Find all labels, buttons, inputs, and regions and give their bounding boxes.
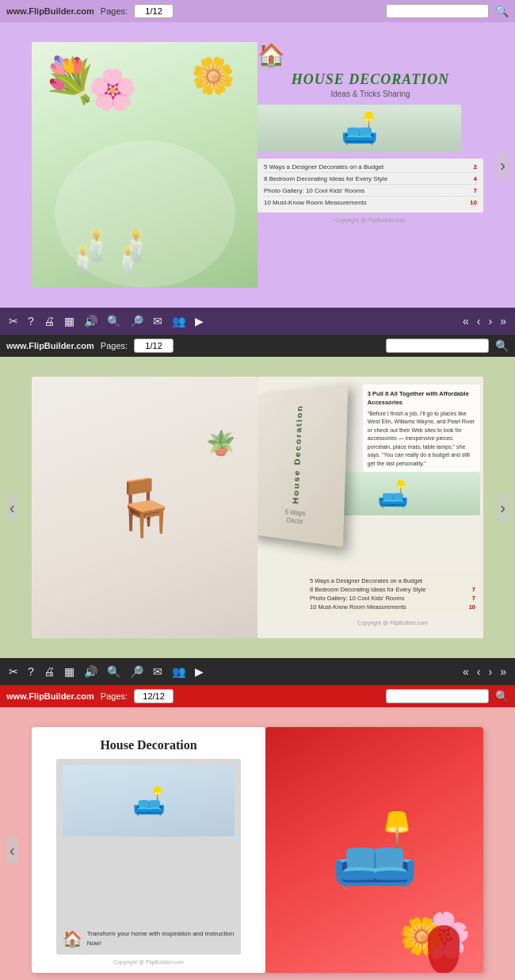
article-body: "Before I finish a job, I'll go to place…	[368, 410, 475, 469]
nav-arrow-right-2[interactable]: ›	[497, 494, 509, 522]
content-area-2: 🪑 🪴 House Decoration 5 WaysDecor 3 Pull …	[0, 357, 515, 658]
p3-book-title: House Decoration	[100, 738, 196, 752]
flip-subtitle: 5 WaysDecor	[284, 507, 306, 526]
nav-arrow-left-2[interactable]: ‹	[6, 494, 18, 522]
tool-play-1[interactable]: ▶	[193, 314, 206, 328]
toc2-item-0: 5 Ways a Designer Decorates on a Budget	[310, 577, 475, 584]
search-input-1[interactable]	[386, 4, 489, 18]
bottom-bar-1: ✂ ? 🖨 ▦ 🔊 🔍 🔎 ✉ 👥 ▶ « ‹ › »	[0, 308, 515, 335]
tool-grid-1[interactable]: ▦	[62, 314, 77, 328]
tool-crop-1[interactable]: ✂	[6, 314, 21, 328]
toc2-item-2: Photo Gallery: 10 Cool Kids' Rooms 7	[310, 595, 475, 602]
left-page-3: House Decoration 🛋️ 🏠 Transform your hom…	[32, 727, 265, 973]
right-page-2: House Decoration 5 WaysDecor 3 Pull It A…	[258, 377, 483, 638]
nav-next-2[interactable]: ›	[486, 664, 495, 679]
nav-prev-1[interactable]: ‹	[475, 314, 483, 328]
viewer-panel-2: www.FlipBuilder.com Pages: 🔍 🪑 🪴 House D…	[0, 335, 515, 685]
book-title-1: HOUSE DECORATION	[258, 71, 483, 88]
copyright-2: Copyright @ FlipBuilder.com	[305, 620, 480, 626]
content-area-1: 💐 🌸 🌼 🕯️ 🕯️ 🏠 HOUSE DECORATION Ideas & T…	[0, 22, 515, 308]
flip-title: House Decoration	[292, 404, 304, 504]
toc-item-3: 10 Must-Know Room Measurements 10	[264, 199, 477, 208]
left-page-2: 🪑 🪴	[32, 377, 258, 638]
nav-first-1[interactable]: «	[460, 314, 471, 328]
tool-volume-2[interactable]: 🔊	[82, 664, 100, 679]
tool-play-2[interactable]: ▶	[193, 664, 206, 679]
site-url-2: www.FlipBuilder.com	[6, 341, 94, 350]
pages-label-3: Pages:	[101, 691, 128, 701]
tool-share-2[interactable]: 👥	[170, 664, 188, 679]
nav-controls-1: « ‹ › »	[460, 314, 509, 328]
page-input-3[interactable]	[134, 689, 174, 703]
nav-last-1[interactable]: »	[498, 314, 509, 328]
article-title: 3 Pull It All Together with Affordable A…	[368, 389, 475, 408]
nav-next-1[interactable]: ›	[486, 314, 495, 328]
search-button-1[interactable]: 🔍	[495, 5, 509, 17]
tool-grid-2[interactable]: ▦	[62, 664, 77, 679]
right-page-1: 🏠 HOUSE DECORATION Ideas & Tricks Sharin…	[258, 42, 483, 288]
viewer-panel-3: www.FlipBuilder.com Pages: 🔍 House Decor…	[0, 685, 515, 980]
flower-image: 💐 🌸 🌼 🕯️ 🕯️	[32, 42, 258, 288]
tool-share-1[interactable]: 👥	[170, 314, 188, 328]
search-input-2[interactable]	[386, 339, 489, 353]
nav-first-2[interactable]: «	[460, 664, 471, 679]
top-bar-3: www.FlipBuilder.com Pages: 🔍	[0, 685, 515, 707]
nav-last-2[interactable]: »	[498, 664, 509, 679]
tool-zoomout-1[interactable]: 🔎	[128, 314, 146, 328]
tool-help-1[interactable]: ?	[25, 314, 36, 328]
sofa-area-1: 🛋️	[258, 105, 461, 152]
viewer-panel-1: www.FlipBuilder.com Pages: 🔍 💐 🌸 🌼 🕯️ 🕯️	[0, 0, 515, 335]
tool-volume-1[interactable]: 🔊	[82, 314, 100, 328]
page-input-2[interactable]	[134, 339, 174, 353]
top-bar-2: www.FlipBuilder.com Pages: 🔍	[0, 335, 515, 357]
p3-tagline: Transform your home with inspiration and…	[87, 929, 235, 948]
flip-3d-book: House Decoration 5 WaysDecor	[258, 384, 349, 547]
content-area-3: House Decoration 🛋️ 🏠 Transform your hom…	[0, 707, 515, 980]
tool-help-2[interactable]: ?	[25, 664, 36, 679]
tool-zoomin-2[interactable]: 🔍	[105, 664, 123, 679]
p3-copyright: Copyright @ FlipBuilder.com	[113, 959, 184, 965]
copyright-1: Copyright @ FlipBuilder.com	[258, 217, 483, 223]
right-page-3: 🛋️ 🌸 🌼	[265, 727, 483, 973]
pages-label-2: Pages:	[101, 341, 128, 350]
toc-item-2: Photo Gallery: 10 Cool Kids' Rooms 7	[264, 187, 477, 197]
toc2-item-1: 8 Bedroom Decorating Ideas for Every Sty…	[310, 586, 475, 593]
tool-print-2[interactable]: 🖨	[41, 664, 57, 679]
tool-crop-2[interactable]: ✂	[6, 664, 21, 679]
toc2-item-3: 10 Must-Know Room Measurements 10	[310, 603, 475, 611]
toc-item-0: 5 Ways a Designer Decorates on a Budget …	[264, 163, 477, 173]
book-subtitle-1: Ideas & Tricks Sharing	[258, 90, 483, 98]
house-icon-1: 🏠	[258, 42, 483, 68]
nav-arrow-left-3[interactable]: ‹	[6, 836, 18, 864]
p3-inner-page: 🛋️ 🏠 Transform your home with inspiratio…	[56, 759, 242, 955]
bottom-bar-2: ✂ ? 🖨 ▦ 🔊 🔍 🔎 ✉ 👥 ▶ « ‹ › »	[0, 658, 515, 685]
p3-footer: 🏠 Transform your home with inspiration a…	[63, 929, 235, 948]
site-url-3: www.FlipBuilder.com	[6, 691, 94, 701]
vase-shape	[428, 925, 460, 973]
left-page-1: 💐 🌸 🌼 🕯️ 🕯️	[32, 42, 258, 288]
nav-prev-2[interactable]: ‹	[475, 664, 483, 679]
nav-arrow-right-1[interactable]: ›	[497, 151, 509, 179]
pages-label-1: Pages:	[101, 6, 128, 16]
page-input-1[interactable]	[134, 4, 174, 18]
toc-area-1: 5 Ways a Designer Decorates on a Budget …	[258, 159, 483, 212]
tool-email-1[interactable]: ✉	[151, 314, 165, 328]
search-button-3[interactable]: 🔍	[495, 690, 509, 702]
tool-print-1[interactable]: 🖨	[41, 314, 57, 328]
tool-email-2[interactable]: ✉	[151, 664, 165, 679]
search-button-2[interactable]: 🔍	[495, 339, 509, 352]
nav-controls-2: « ‹ › »	[460, 664, 509, 679]
site-url-1: www.FlipBuilder.com	[6, 6, 94, 16]
tool-zoomout-2[interactable]: 🔎	[128, 664, 146, 679]
p3-inner-img: 🛋️	[63, 765, 235, 836]
top-bar-1: www.FlipBuilder.com Pages: 🔍	[0, 0, 515, 22]
search-input-3[interactable]	[386, 689, 489, 703]
article-text-block: 3 Pull It All Together with Affordable A…	[363, 385, 480, 473]
tool-zoomin-1[interactable]: 🔍	[105, 314, 123, 328]
toc-item-1: 8 Bedroom Decorating Ideas for Every Sty…	[264, 175, 477, 185]
toc-area-2: 5 Ways a Designer Decorates on a Budget …	[305, 573, 480, 614]
p3-house-icon: 🏠	[63, 929, 82, 948]
